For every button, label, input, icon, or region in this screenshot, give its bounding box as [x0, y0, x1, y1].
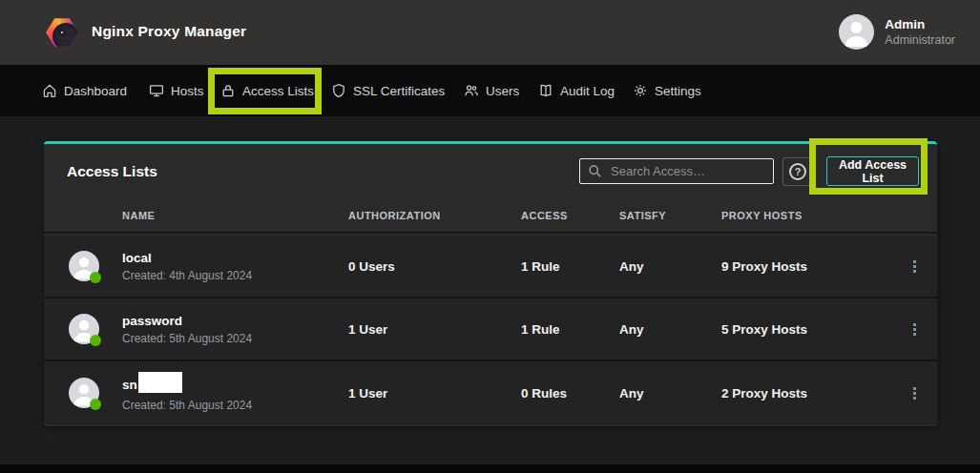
bottom-strip [0, 464, 980, 473]
row-menu-kebab-icon[interactable] [891, 257, 937, 277]
nav-label: SSL Certificates [353, 84, 445, 98]
satisfy-value: Any [619, 259, 721, 274]
nav-item-access-lists[interactable]: Access Lists [220, 65, 314, 116]
lock-icon [220, 83, 236, 98]
table-row[interactable]: sn Created: 5th August 2024 1 User 0 Rul… [44, 361, 937, 424]
shield-icon [331, 83, 346, 98]
satisfy-value: Any [619, 322, 721, 337]
nav-item-users[interactable]: Users [464, 65, 519, 116]
row-avatar [69, 251, 99, 281]
nav-item-settings[interactable]: Settings [633, 65, 701, 116]
nav-label: Hosts [171, 84, 204, 98]
table-body: local Created: 4th August 2024 0 Users 1… [44, 236, 937, 424]
search-input[interactable] [611, 164, 754, 178]
row-menu-kebab-icon[interactable] [891, 383, 937, 403]
redaction-box [138, 372, 182, 393]
monitor-icon [149, 83, 164, 98]
nav-label: Access Lists [242, 84, 314, 98]
proxy-hosts-value: 2 Proxy Hosts [721, 386, 891, 401]
users-icon [464, 83, 479, 98]
online-status-dot [90, 272, 101, 283]
access-value: 1 Rule [521, 259, 619, 274]
user-menu[interactable]: Admin Administrator [839, 14, 955, 50]
nav-label: Settings [655, 84, 701, 98]
table-row[interactable]: local Created: 4th August 2024 0 Users 1… [44, 236, 937, 298]
table-row[interactable]: password Created: 5th August 2024 1 User… [44, 298, 937, 361]
row-menu-kebab-icon[interactable] [891, 319, 937, 339]
nav-label: Audit Log [560, 84, 615, 98]
question-icon: ? [789, 163, 806, 180]
column-header-access: ACCESS [521, 210, 619, 221]
online-status-dot [90, 399, 101, 410]
satisfy-value: Any [619, 386, 721, 401]
person-icon [839, 14, 874, 50]
created-date: Created: 5th August 2024 [122, 332, 348, 345]
access-value: 0 Rules [521, 386, 619, 401]
access-value: 1 Rule [521, 322, 619, 337]
panel-title: Access Lists [67, 163, 157, 180]
nav-item-hosts[interactable]: Hosts [149, 65, 204, 116]
column-header-satisfy: SATISFY [619, 210, 721, 221]
help-button[interactable]: ? [782, 157, 813, 186]
user-role: Administrator [885, 33, 955, 47]
search-icon [588, 164, 602, 178]
app-title: Nginx Proxy Manager [92, 23, 246, 40]
authorization-value: 1 User [348, 322, 521, 337]
table-header: NAME AUTHORIZATION ACCESS SATISFY PROXY … [44, 198, 937, 234]
nav-item-audit-log[interactable]: Audit Log [538, 65, 615, 116]
created-date: Created: 4th August 2024 [122, 269, 348, 282]
search-box[interactable] [579, 158, 774, 184]
nav-item-dashboard[interactable]: Dashboard [42, 65, 127, 116]
user-name: Admin [885, 17, 955, 31]
book-icon [538, 83, 553, 98]
created-date: Created: 5th August 2024 [122, 399, 348, 412]
user-avatar [839, 14, 874, 50]
column-header-authorization: AUTHORIZATION [348, 210, 521, 221]
row-avatar [69, 378, 99, 408]
nav-item-ssl-certificates[interactable]: SSL Certificates [331, 65, 445, 116]
home-icon [42, 83, 57, 98]
proxy-hosts-value: 5 Proxy Hosts [721, 322, 891, 337]
top-bar: Nginx Proxy Manager Admin Administrator [0, 0, 980, 65]
authorization-value: 1 User [348, 386, 521, 401]
access-list-name: password [122, 314, 348, 328]
column-header-proxy-hosts: PROXY HOSTS [721, 210, 891, 221]
gear-icon [633, 83, 648, 98]
access-list-name: local [122, 251, 348, 265]
nginx-proxy-manager-logo-icon [46, 17, 78, 48]
proxy-hosts-value: 9 Proxy Hosts [721, 259, 891, 274]
column-header-name: NAME [122, 210, 348, 221]
main-nav: Dashboard Hosts Access Lists SSL Certifi… [0, 65, 980, 116]
authorization-value: 0 Users [348, 259, 521, 274]
add-access-list-button[interactable]: Add Access List [826, 156, 919, 186]
online-status-dot [90, 335, 101, 346]
access-list-name: sn [122, 374, 348, 395]
row-avatar [69, 314, 99, 344]
nav-label: Dashboard [64, 84, 127, 98]
nav-label: Users [486, 84, 519, 98]
access-lists-panel: Access Lists ? Add Access List NAME AUTH… [44, 141, 937, 426]
